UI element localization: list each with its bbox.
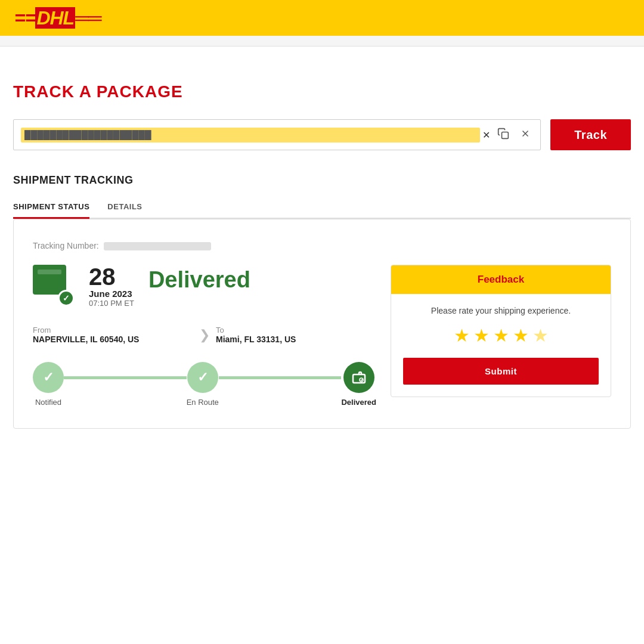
step-enroute-label: En Route [187,398,219,407]
input-clear-button[interactable]: ✕ [482,129,490,141]
step-notified: ✓ Notified [33,362,64,407]
date-day: 28 [89,265,134,289]
tracking-number-row: Tracking Number: [33,241,611,250]
feedback-title: Feedback [478,274,524,285]
sub-nav-bar [0,36,644,47]
card-content: ✓ 28 June 2023 07:10 PM ET Delivered Fro… [33,265,611,407]
step-delivered-label: Delivered [341,398,376,407]
step-line-2 [219,376,342,379]
page-title: TRACK A PACKAGE [13,82,631,101]
package-icon: ✓ [33,265,75,306]
track-button[interactable]: Track [550,119,631,150]
from-location: From NAPERVILLE, IL 60540, US [33,326,193,344]
date-block: 28 June 2023 07:10 PM ET [89,265,134,308]
right-section: Feedback Please rate your shipping exper… [391,265,611,407]
tab-details[interactable]: DETAILS [107,196,142,219]
star-rating[interactable]: ★ ★ ★ ★ ★ [403,325,599,346]
star-3[interactable]: ★ [493,325,509,346]
step-en-route: ✓ En Route [187,362,219,407]
step-delivered-circle [343,362,374,393]
dhl-logo: ==DHL══ [14,7,101,29]
star-5[interactable]: ★ [532,325,549,346]
step-notified-label: Notified [35,398,61,407]
package-box [33,265,66,295]
status-row: ✓ 28 June 2023 07:10 PM ET Delivered [33,265,376,308]
progress-track: ✓ Notified ✓ En Route [33,362,376,407]
to-value: Miami, FL 33131, US [216,335,376,344]
to-location: To Miami, FL 33131, US [216,326,376,344]
feedback-description: Please rate your shipping experience. [403,306,599,315]
search-input-wrapper: ✕ [13,119,541,150]
tab-shipment-status[interactable]: SHIPMENT STATUS [13,196,89,219]
submit-button[interactable]: Submit [403,358,599,385]
package-check-icon: ✓ [58,290,75,306]
feedback-body: Please rate your shipping experience. ★ … [391,294,611,397]
svg-rect-0 [502,132,509,138]
step-line-1 [64,376,187,379]
section-title: SHIPMENT TRACKING [13,174,631,187]
from-label: From [33,326,193,335]
tracking-number-value [104,242,211,250]
star-2[interactable]: ★ [473,325,490,346]
main-content: TRACK A PACKAGE ✕ Tr [0,47,644,453]
star-1[interactable]: ★ [454,325,470,346]
step-delivered: Delivered [341,362,376,407]
tracking-number-label: Tracking Number: [33,241,99,250]
to-label: To [216,326,376,335]
feedback-header: Feedback [391,265,611,294]
clear-icon-button[interactable] [518,126,533,144]
star-4[interactable]: ★ [513,325,529,346]
site-header: ==DHL══ [0,0,644,36]
step-enroute-circle: ✓ [187,362,218,393]
left-section: ✓ 28 June 2023 07:10 PM ET Delivered Fro… [33,265,376,407]
route-row: From NAPERVILLE, IL 60540, US ❯ To Miami… [33,326,376,344]
feedback-box: Feedback Please rate your shipping exper… [391,265,611,397]
tracking-card: Tracking Number: ✓ 28 June 2023 07:10 P [13,219,631,429]
search-row: ✕ Track [13,119,631,150]
route-arrow-icon: ❯ [199,327,210,343]
delivered-status: Delivered [148,267,250,293]
date-time: 07:10 PM ET [89,299,134,308]
input-action-icons [495,125,533,145]
from-value: NAPERVILLE, IL 60540, US [33,335,193,344]
step-notified-circle: ✓ [33,362,64,393]
copy-icon-button[interactable] [495,125,512,145]
search-input[interactable] [21,128,480,143]
date-month: June 2023 [89,289,134,299]
tabs-bar: SHIPMENT STATUS DETAILS [13,196,631,219]
